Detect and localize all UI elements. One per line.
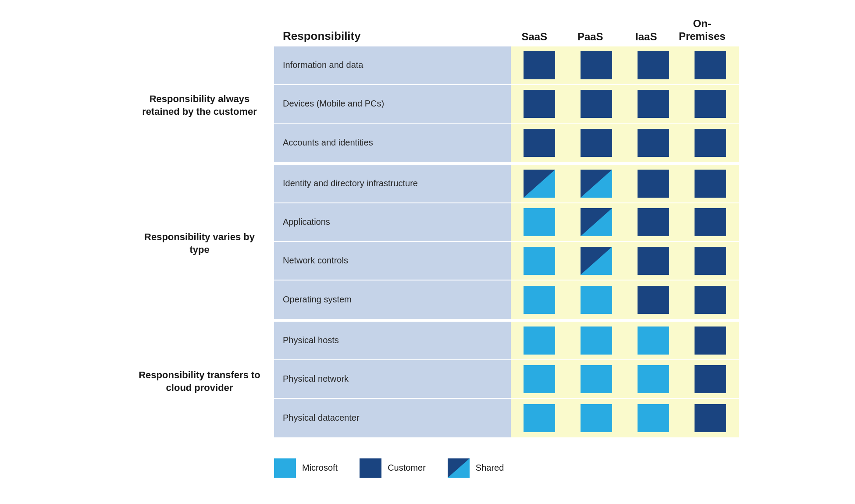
cell-netctrl-iaas	[625, 242, 682, 280]
resp-identity: Identity and directory infrastructure	[274, 165, 511, 203]
resp-physical-hosts: Physical hosts	[274, 322, 511, 360]
sq-customer	[581, 129, 612, 157]
sq-customer	[695, 327, 726, 355]
cell-ident-paas	[568, 165, 625, 203]
legend-sq-shared	[448, 458, 470, 478]
sq-shared	[524, 170, 555, 198]
legend-microsoft: Microsoft	[274, 458, 338, 478]
right-side: Information and data Devices (Mobile and…	[274, 46, 739, 441]
cell-acc-saas	[511, 124, 568, 162]
resp-devices: Devices (Mobile and PCs)	[274, 85, 511, 124]
legend-label-customer: Customer	[388, 463, 426, 473]
resp-accounts: Accounts and identities	[274, 124, 511, 162]
cell-ident-onprem	[682, 165, 739, 203]
sq-customer	[524, 51, 555, 79]
cell-info-paas	[568, 46, 625, 85]
cell-pnet-saas	[511, 360, 568, 399]
sq-customer	[638, 208, 669, 236]
cell-info-onprem	[682, 46, 739, 85]
sq-customer	[695, 129, 726, 157]
header-onprem: On-Premises	[674, 18, 730, 43]
resp-os: Operating system	[274, 280, 511, 319]
sq-customer	[581, 90, 612, 118]
sq-microsoft	[581, 365, 612, 393]
cell-os-paas	[568, 280, 625, 319]
sq-microsoft	[524, 247, 555, 275]
sq-microsoft	[638, 327, 669, 355]
group-2-rows: Identity and directory infrastructure Ap…	[274, 165, 739, 319]
cell-dev-onprem	[682, 85, 739, 124]
sq-microsoft	[638, 404, 669, 432]
cell-phosts-iaas	[625, 322, 682, 360]
legend-label-shared: Shared	[476, 463, 504, 473]
label-group-1: Responsibility always retained by the cu…	[125, 46, 274, 165]
sq-customer	[524, 90, 555, 118]
table-row: Devices (Mobile and PCs)	[274, 85, 739, 124]
cell-netctrl-saas	[511, 242, 568, 280]
cell-ident-saas	[511, 165, 568, 203]
sq-customer	[695, 90, 726, 118]
cell-dev-iaas	[625, 85, 682, 124]
sq-microsoft	[581, 327, 612, 355]
cell-pdc-onprem	[682, 399, 739, 437]
cell-pnet-iaas	[625, 360, 682, 399]
cell-netctrl-paas	[568, 242, 625, 280]
table-row: Operating system	[274, 280, 739, 319]
main-content: Responsibility always retained by the cu…	[125, 46, 730, 441]
table-row: Identity and directory infrastructure	[274, 165, 739, 203]
sq-shared	[581, 170, 612, 198]
group-1-rows: Information and data Devices (Mobile and…	[274, 46, 739, 162]
cell-acc-onprem	[682, 124, 739, 162]
group-3-rows: Physical hosts Physical network	[274, 322, 739, 437]
header-saas: SaaS	[506, 31, 563, 43]
table-row: Information and data	[274, 46, 739, 85]
legend: Microsoft Customer Shared	[125, 458, 730, 478]
sq-customer	[638, 170, 669, 198]
sq-customer	[695, 286, 726, 314]
cell-dev-paas	[568, 85, 625, 124]
header-paas: PaaS	[563, 31, 619, 43]
sq-microsoft	[581, 404, 612, 432]
header-row: Responsibility SaaS PaaS IaaS On-Premise…	[125, 18, 730, 43]
sq-customer	[638, 247, 669, 275]
cell-info-saas	[511, 46, 568, 85]
chart-container: Responsibility SaaS PaaS IaaS On-Premise…	[125, 18, 730, 478]
cell-acc-paas	[568, 124, 625, 162]
sq-customer	[695, 51, 726, 79]
legend-shared: Shared	[448, 458, 504, 478]
cell-info-iaas	[625, 46, 682, 85]
header-iaas: IaaS	[618, 31, 674, 43]
cell-app-onprem	[682, 203, 739, 242]
legend-customer: Customer	[360, 458, 426, 478]
cell-os-saas	[511, 280, 568, 319]
cell-app-iaas	[625, 203, 682, 242]
table-row: Physical network	[274, 360, 739, 399]
table-row: Accounts and identities	[274, 124, 739, 162]
sq-customer	[638, 90, 669, 118]
cell-phosts-onprem	[682, 322, 739, 360]
sq-shared	[581, 247, 612, 275]
table-row: Applications	[274, 203, 739, 242]
sq-customer	[638, 51, 669, 79]
cell-acc-iaas	[625, 124, 682, 162]
left-labels: Responsibility always retained by the cu…	[125, 46, 274, 441]
cell-pdc-paas	[568, 399, 625, 437]
cell-app-saas	[511, 203, 568, 242]
table-row: Network controls	[274, 242, 739, 280]
cell-dev-saas	[511, 85, 568, 124]
sq-customer	[695, 365, 726, 393]
sq-microsoft	[638, 365, 669, 393]
legend-sq-microsoft	[274, 458, 296, 478]
resp-information-data: Information and data	[274, 46, 511, 85]
responsibility-header: Responsibility	[274, 29, 506, 43]
resp-network-controls: Network controls	[274, 242, 511, 280]
cell-phosts-paas	[568, 322, 625, 360]
sq-microsoft	[524, 208, 555, 236]
table-row: Physical datacenter	[274, 399, 739, 437]
sq-microsoft	[524, 327, 555, 355]
resp-physical-network: Physical network	[274, 360, 511, 399]
group-1-wrapper: Information and data Devices (Mobile and…	[274, 46, 739, 162]
sq-customer	[695, 247, 726, 275]
cell-ident-iaas	[625, 165, 682, 203]
sq-microsoft	[524, 404, 555, 432]
